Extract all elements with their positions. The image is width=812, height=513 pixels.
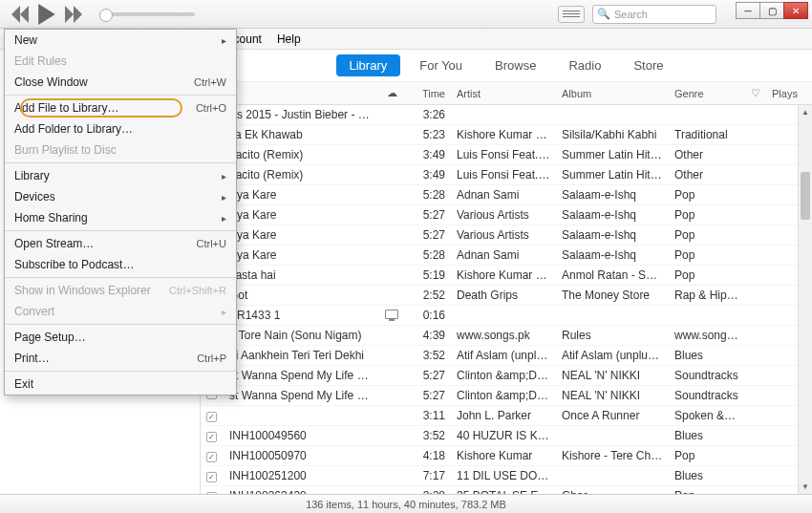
menu-item-show-in-windows-explorer: Show in Windows ExplorerCtrl+Shift+R (5, 280, 236, 301)
cell-time: 3:26 (405, 108, 451, 121)
tab-for-you[interactable]: For You (406, 54, 476, 76)
table-row[interactable]: pacito (Remix)3:49Luis Fonsi Feat. Da…Su… (201, 165, 812, 185)
menu-item-page-setup[interactable]: Page Setup… (5, 327, 236, 348)
table-row[interactable]: ✓3:11John L. ParkerOnce A RunnerSpoken &… (201, 406, 812, 426)
cell-artist: Various Artists (451, 208, 556, 222)
menu-item-exit[interactable]: Exit (5, 374, 236, 395)
scroll-thumb[interactable] (801, 172, 810, 220)
menu-item-subscribe-to-podcast[interactable]: Subscribe to Podcast… (5, 254, 236, 275)
cell-time: 3:49 (405, 148, 451, 161)
table-row[interactable]: ✓INH1000495603:5240 HUZUR IS KADARBlues (201, 426, 812, 446)
cell-album: Anmol Ratan - Sha… (556, 268, 669, 282)
menu-item-add-folder-to-library[interactable]: Add Folder to Library… (5, 118, 236, 139)
column-album[interactable]: Album (556, 88, 669, 99)
cell-name: aasta hai (224, 268, 378, 282)
menu-item-close-window[interactable]: Close WindowCtrl+W (5, 72, 236, 93)
cell-artist: Luis Fonsi Feat. Da… (451, 148, 556, 161)
column-time[interactable]: Time (405, 88, 451, 99)
cell-name: st Wanna Spend My Life With… (224, 369, 378, 382)
cell-time: 5:23 (405, 128, 451, 141)
cell-genre: Pop (669, 449, 745, 462)
cell-artist: Atif Aslam (unplug… (451, 349, 556, 362)
menu-item-open-stream[interactable]: Open Stream…Ctrl+U (5, 233, 236, 254)
menu-item-new[interactable]: New (5, 30, 236, 51)
menu-item-print[interactable]: Print…Ctrl+P (5, 348, 236, 369)
menu-item-convert: Convert (5, 301, 236, 322)
tab-library[interactable]: Library (336, 54, 401, 76)
row-checkbox[interactable]: ✓ (206, 472, 217, 482)
table-row[interactable]: Got2:52Death GripsThe Money StoreRap & H… (201, 286, 812, 306)
next-button[interactable] (65, 6, 82, 23)
tab-radio[interactable]: Radio (555, 54, 614, 76)
cell-time: 5:28 (405, 188, 451, 202)
cell-genre: Traditional (669, 128, 745, 141)
cell-time: 5:27 (405, 208, 451, 222)
table-row[interactable]: Kya Kare5:28Adnan SamiSalaam-e-IshqPop (201, 246, 812, 266)
row-checkbox[interactable]: ✓ (206, 412, 217, 422)
search-icon: 🔍 (597, 8, 610, 20)
scroll-up-arrow[interactable]: ▲ (799, 105, 812, 119)
search-input[interactable]: 🔍 Search (592, 5, 716, 24)
column-heart-icon[interactable]: ♡ (745, 87, 766, 99)
cell-name: pacito (Remix) (224, 168, 378, 182)
table-row[interactable]: PR1433 10:16 (201, 306, 812, 326)
table-row[interactable]: pacito (Remix)3:49Luis Fonsi Feat. Da…Su… (201, 145, 812, 165)
close-button[interactable]: ✕ (783, 2, 808, 19)
previous-button[interactable] (11, 6, 29, 23)
menu-item-edit-rules: Edit Rules (5, 51, 236, 72)
vertical-scrollbar[interactable]: ▲ ▼ (798, 105, 812, 494)
table-row[interactable]: As 2015 - Justin Bieber - _Sor…3:26 (201, 105, 812, 125)
row-checkbox[interactable]: ✓ (206, 452, 217, 462)
table-row[interactable]: ✓INH1000509704:18Kishore KumarKishore - … (201, 446, 812, 466)
menu-item-add-file-to-library[interactable]: Add File to Library…Ctrl+O (5, 97, 236, 118)
table-row[interactable]: st Wanna Spend My Life With…5:27Clinton … (201, 366, 812, 386)
table-row[interactable]: st Wanna Spend My Life With…5:27Clinton … (201, 386, 812, 406)
tab-store[interactable]: Store (620, 54, 676, 76)
cell-genre: Blues (669, 429, 745, 442)
cell-album: Kishore - Tere Che… (556, 449, 669, 462)
cell-name: Kya Kare (224, 228, 378, 242)
cell-name: INH100251200 (224, 469, 378, 482)
cell-genre: Pop (669, 248, 745, 262)
cell-album: The Money Store (556, 289, 669, 302)
cell-artist: Luis Fonsi Feat. Da… (451, 168, 556, 182)
column-genre[interactable]: Genre (669, 88, 745, 99)
cell-time: 3:11 (405, 409, 451, 422)
column-plays[interactable]: Plays (766, 88, 812, 99)
menu-item-home-sharing[interactable]: Home Sharing (5, 207, 236, 228)
cell-album: Salaam-e-Ishq (556, 188, 669, 202)
cell-album: Atif Aslam (unplug… (556, 349, 669, 362)
row-checkbox[interactable]: ✓ (206, 492, 217, 494)
table-row[interactable]: bi Aankhein Teri Teri Dekhi3:52Atif Asla… (201, 346, 812, 366)
cell-time: 3:52 (405, 429, 451, 442)
table-row[interactable]: ka Ek Khawab5:23Kishore Kumar & L…Silsil… (201, 125, 812, 145)
cell-name: INH100049560 (224, 429, 378, 442)
cell-artist: Kishore Kumar & L… (451, 268, 556, 282)
table-row[interactable]: o Tore Nain (Sonu Nigam)4:39www.songs.pk… (201, 326, 812, 346)
menu-item-devices[interactable]: Devices (5, 186, 236, 207)
cell-genre: Other (669, 168, 745, 182)
status-bar: 136 items, 11 hours, 40 minutes, 783.2 M… (0, 494, 812, 513)
table-row[interactable]: ✓INH1002512007:1711 DIL USE DO JO J…Blue… (201, 466, 812, 486)
minimize-button[interactable]: ─ (736, 2, 760, 19)
cell-artist: Clinton &amp;Do… (451, 369, 556, 382)
row-checkbox[interactable]: ✓ (206, 432, 217, 442)
volume-slider[interactable] (99, 12, 195, 16)
table-row[interactable]: Kya Kare5:28Adnan SamiSalaam-e-IshqPop (201, 185, 812, 205)
scroll-down-arrow[interactable]: ▼ (799, 480, 812, 494)
maximize-button[interactable]: ▢ (759, 2, 784, 19)
table-row[interactable]: ✓INH1003634303:2835 BOTAL SE EK BA…GharP… (201, 486, 812, 494)
column-artist[interactable]: Artist (451, 88, 556, 99)
table-row[interactable]: aasta hai5:19Kishore Kumar & L…Anmol Rat… (201, 266, 812, 286)
play-button[interactable] (36, 4, 57, 25)
list-view-button[interactable] (558, 6, 585, 23)
tab-browse[interactable]: Browse (481, 54, 549, 76)
table-row[interactable]: Kya Kare5:27Various ArtistsSalaam-e-Ishq… (201, 225, 812, 246)
cell-artist: 40 HUZUR IS KADAR (451, 429, 556, 442)
cell-time: 3:28 (405, 489, 451, 494)
cell-name: PR1433 1 (224, 309, 378, 322)
table-row[interactable]: Kya Kare5:27Various ArtistsSalaam-e-Ishq… (201, 205, 812, 225)
menu-help[interactable]: Help (269, 31, 309, 48)
menu-item-library[interactable]: Library (5, 165, 236, 186)
cloud-column-icon[interactable]: ☁ (378, 87, 405, 99)
